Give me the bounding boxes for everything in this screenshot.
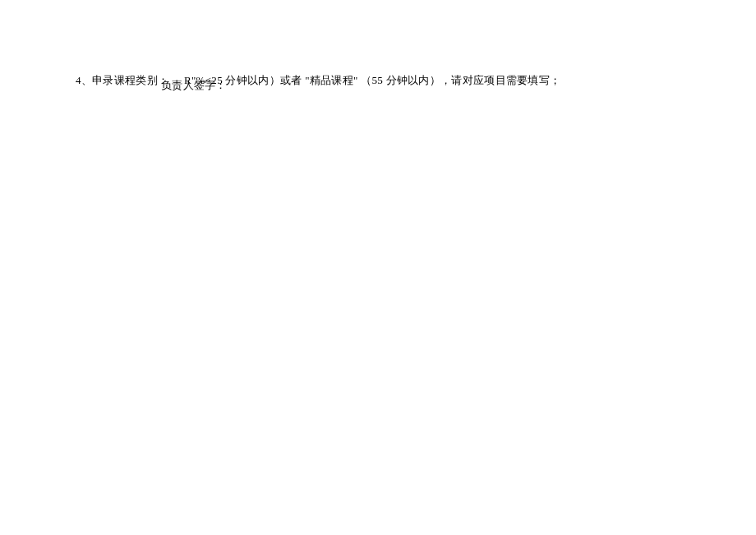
line1-prefix: 4、申录课程类别：	[76, 74, 168, 86]
document-page: 4、申录课程类别： R"%<25 分钟以内）或者 "精品课程" （55 分钟以内…	[0, 0, 756, 535]
signature-label: 负责人签字：	[161, 78, 227, 93]
form-item-4-description: R"%<25 分钟以内）或者 "精品课程" （55 分钟以内），请对应项目需要填…	[184, 73, 560, 88]
form-item-4-label: 4、申录课程类别：	[76, 73, 168, 88]
